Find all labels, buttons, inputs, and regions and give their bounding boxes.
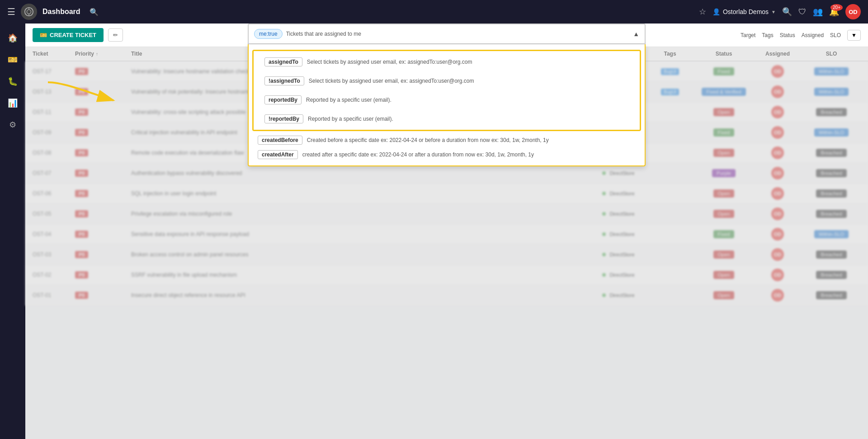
sidebar: 🏠 🎫 🐛 📊 ⚙ <box>0 24 25 439</box>
sidebar-icon-settings[interactable]: ⚙ <box>4 116 22 134</box>
chevron-up-icon: ▲ <box>633 30 639 38</box>
dropdown-highlight-item[interactable]: !assignedTo Select tickets by assigned u… <box>259 74 634 88</box>
filter-label-assigned: Assigned <box>802 32 824 38</box>
chevron-down-icon: ▼ <box>771 9 776 14</box>
shield-icon[interactable]: 🛡 <box>798 7 807 17</box>
keyword-tag: assignedTo <box>264 57 302 66</box>
dropdown-description: Select tickets by assigned user email, e… <box>307 59 472 65</box>
active-filter-chip[interactable]: me:true <box>254 29 283 39</box>
dropdown-highlight-item[interactable]: !reportedBy Reported by a specific user … <box>259 112 634 126</box>
sidebar-icon-chart[interactable]: 📊 <box>4 94 22 112</box>
filter-label-target: Target <box>741 32 755 38</box>
user-menu[interactable]: 👤 Ostorlab Demos ▼ <box>712 8 776 15</box>
svg-point-1 <box>27 9 31 14</box>
highlighted-options-box: assignedTo Select tickets by assigned us… <box>252 50 641 131</box>
dropdown-outer-item[interactable]: createdBefore Created before a specific … <box>249 133 645 147</box>
dropdown-description: Created before a specific date ex: 2022-… <box>307 137 549 143</box>
sidebar-icon-tickets[interactable]: 🎫 <box>4 51 22 69</box>
filter-label-slo: SLO <box>830 32 841 38</box>
search-icon[interactable]: 🔍 <box>90 8 99 16</box>
outer-dropdown-items: createdBefore Created before a specific … <box>249 133 645 162</box>
dropdown-description: Reported by a specific user (email). <box>308 116 393 122</box>
keyword-tag: createdAfter <box>258 150 298 159</box>
app-title: Dashboard <box>42 8 80 16</box>
dropdown-outer-item[interactable]: createdAfter created after a specific da… <box>249 147 645 162</box>
sidebar-icon-bug[interactable]: 🐛 <box>4 72 22 90</box>
create-ticket-button[interactable]: 🎫 CREATE TICKET <box>33 28 104 42</box>
main-content: 🎫 CREATE TICKET ✏ Target Tags Status Ass… <box>25 24 868 439</box>
user-label: Ostorlab Demos <box>723 8 769 15</box>
sidebar-icon-home[interactable]: 🏠 <box>4 29 22 47</box>
filter-chip-hint: Tickets that are assigned to me <box>286 31 361 37</box>
menu-icon[interactable]: ☰ <box>7 6 15 17</box>
keyword-tag: reportedBy <box>264 95 302 104</box>
top-navigation: ☰ Dashboard 🔍 ☆ 👤 Ostorlab Demos ▼ 🔍 🛡 👥… <box>0 0 868 24</box>
create-ticket-label: CREATE TICKET <box>50 32 96 38</box>
nav-right: ☆ 👤 Ostorlab Demos ▼ 🔍 🛡 👥 🔔 20+ OD <box>699 4 861 19</box>
app-logo <box>21 4 37 20</box>
filter-label-status: Status <box>780 32 795 38</box>
filter-label-tags: Tags <box>762 32 773 38</box>
person-icon[interactable]: 👥 <box>813 7 823 17</box>
dropdown-highlight-item[interactable]: assignedTo Select tickets by assigned us… <box>259 55 634 69</box>
search-bar: me:true Tickets that are assigned to me … <box>248 24 646 44</box>
search-container: me:true Tickets that are assigned to me … <box>248 24 646 166</box>
dropdown-highlight-item[interactable]: reportedBy Reported by a specific user (… <box>259 93 634 107</box>
dropdown-description: Reported by a specific user (email). <box>306 97 392 103</box>
dropdown-description: Select tickets by assigned user email, e… <box>309 78 474 84</box>
star-icon[interactable]: ☆ <box>699 7 706 17</box>
notifications-btn[interactable]: 🔔 20+ <box>829 7 839 17</box>
edit-button[interactable]: ✏ <box>108 28 123 42</box>
user-avatar[interactable]: OD <box>845 4 861 19</box>
keyword-tag: !reportedBy <box>264 114 303 123</box>
more-filters-button[interactable]: ▼ <box>847 30 861 41</box>
keyword-tag: createdBefore <box>258 136 302 145</box>
keyword-tag: !assignedTo <box>264 76 304 85</box>
search-icon-right[interactable]: 🔍 <box>782 7 792 17</box>
dropdown-description: created after a specific date ex: 2022-0… <box>302 151 534 158</box>
plus-icon: 🎫 <box>40 32 47 38</box>
user-icon: 👤 <box>712 8 720 15</box>
search-dropdown: assignedTo Select tickets by assigned us… <box>248 44 646 166</box>
notification-badge: 20+ <box>830 4 843 11</box>
